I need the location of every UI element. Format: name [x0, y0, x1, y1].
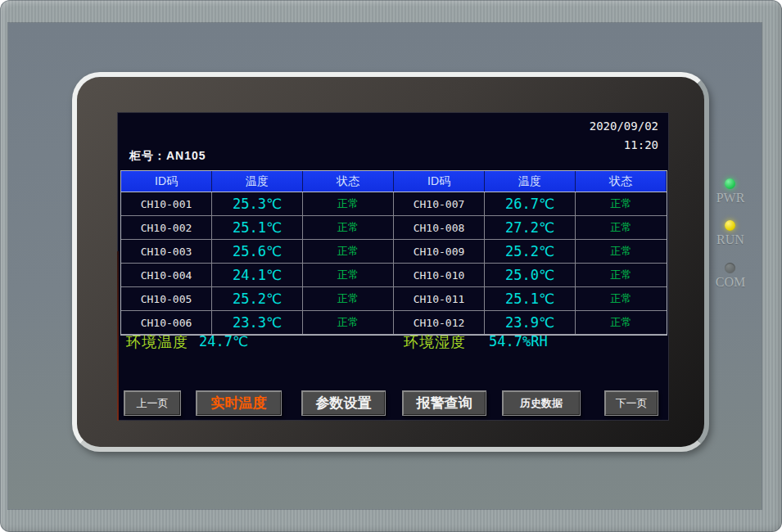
status-cell: 正常: [303, 192, 394, 215]
temperature-cell: 25.1℃: [485, 287, 576, 310]
screen-edge-glow: [117, 251, 119, 421]
status-cell: 正常: [303, 311, 394, 334]
env-humidity-value: 54.7%RH: [489, 333, 548, 349]
channel-id-cell: CH10-011: [394, 287, 485, 310]
status-cell: 正常: [303, 216, 394, 239]
channel-id-cell: CH10-007: [394, 192, 485, 215]
channel-id-cell: CH10-004: [121, 264, 212, 286]
cabinet-label: 柜号：AN105: [129, 149, 206, 164]
run-led: [725, 220, 735, 231]
temperature-cell: 26.7℃: [485, 192, 576, 215]
table-row: CH10-00225.1℃正常CH10-00827.2℃正常: [121, 216, 667, 240]
temperature-cell: 24.1℃: [212, 264, 303, 286]
date-text: 2020/09/02: [590, 117, 658, 136]
env-temp-label: 环境温度: [126, 332, 188, 352]
column-header: 温度: [212, 171, 303, 192]
realtime-temp-button[interactable]: 实时温度: [196, 390, 282, 416]
pwr-led-label: PWR: [707, 191, 754, 205]
env-temp-value: 24.7℃: [199, 333, 248, 349]
temperature-cell: 27.2℃: [485, 216, 576, 239]
datetime: 2020/09/02 11:20: [590, 117, 658, 155]
status-cell: 正常: [576, 216, 667, 239]
table-row: CH10-00424.1℃正常CH10-01025.0℃正常: [121, 264, 667, 287]
temperature-cell: 23.3℃: [212, 311, 303, 334]
status-cell: 正常: [576, 240, 667, 263]
table-row: CH10-00325.6℃正常CH10-00925.2℃正常: [121, 240, 667, 264]
screen: 2020/09/02 11:20 柜号：AN105 ID码温度状态ID码温度状态…: [117, 112, 669, 421]
status-cell: 正常: [576, 287, 667, 310]
channel-id-cell: CH10-001: [121, 192, 212, 215]
column-header: 状态: [576, 171, 667, 192]
prev-page-button[interactable]: 上一页: [124, 390, 181, 416]
channel-id-cell: CH10-008: [394, 216, 485, 239]
table-row: CH10-00623.3℃正常CH10-01223.9℃正常: [121, 311, 667, 335]
temperature-cell: 25.3℃: [212, 192, 303, 215]
com-led: [725, 263, 735, 273]
column-header: 温度: [485, 171, 576, 192]
temperature-cell: 25.0℃: [485, 264, 576, 286]
status-cell: 正常: [303, 240, 394, 263]
column-header: 状态: [303, 171, 394, 192]
table-row: CH10-00525.2℃正常CH10-01125.1℃正常: [121, 287, 667, 311]
status-cell: 正常: [303, 287, 394, 310]
temperature-cell: 23.9℃: [485, 311, 576, 334]
table-header-row: ID码温度状态ID码温度状态: [121, 171, 667, 192]
channel-id-cell: CH10-009: [394, 240, 485, 263]
temperature-cell: 25.1℃: [212, 216, 303, 239]
status-cell: 正常: [576, 192, 667, 215]
channel-id-cell: CH10-010: [394, 264, 485, 286]
temperature-cell: 25.2℃: [485, 240, 576, 263]
param-settings-button[interactable]: 参数设置: [301, 390, 386, 416]
com-led-label: COM: [707, 275, 754, 290]
column-header: ID码: [121, 171, 212, 192]
channel-id-cell: CH10-006: [121, 311, 212, 334]
table-row: CH10-00125.3℃正常CH10-00726.7℃正常: [121, 192, 667, 216]
column-header: ID码: [394, 171, 485, 192]
channel-id-cell: CH10-002: [121, 216, 212, 239]
channel-id-cell: CH10-005: [121, 287, 212, 310]
status-cell: 正常: [576, 264, 667, 286]
run-led-label: RUN: [707, 232, 754, 247]
channel-table: ID码温度状态ID码温度状态CH10-00125.3℃正常CH10-00726.…: [120, 170, 667, 336]
temperature-cell: 25.6℃: [212, 240, 303, 263]
status-cell: 正常: [576, 311, 667, 334]
alarm-query-button[interactable]: 报警查询: [402, 390, 486, 416]
temperature-cell: 25.2℃: [212, 287, 303, 310]
channel-id-cell: CH10-012: [394, 311, 485, 334]
history-data-button[interactable]: 历史数据: [502, 390, 581, 416]
pwr-led: [725, 178, 735, 189]
time-text: 11:20: [590, 136, 658, 155]
env-humidity-label: 环境湿度: [404, 332, 466, 352]
status-cell: 正常: [303, 264, 394, 286]
next-page-button[interactable]: 下一页: [604, 390, 658, 416]
hmi-panel: 2020/09/02 11:20 柜号：AN105 ID码温度状态ID码温度状态…: [0, 0, 782, 532]
channel-id-cell: CH10-003: [121, 240, 212, 263]
